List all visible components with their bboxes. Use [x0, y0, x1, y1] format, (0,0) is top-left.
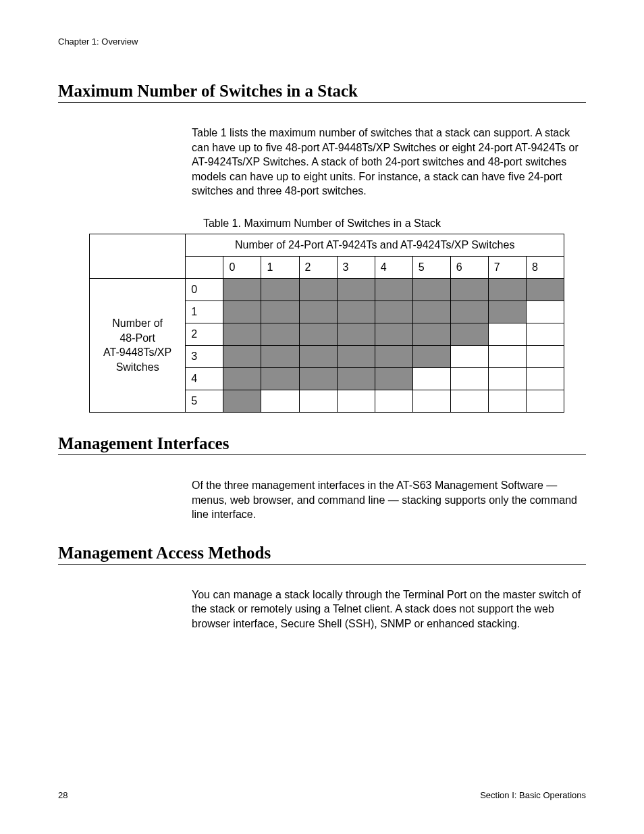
table-cell [375, 345, 412, 367]
table-cell [412, 390, 450, 412]
table-cell [261, 367, 299, 390]
table-cell [261, 345, 299, 367]
table-row-label: 0 [186, 278, 223, 301]
section-title-management-interfaces: Management Interfaces [58, 434, 586, 455]
section1-paragraph: Table 1 lists the maximum number of swit… [192, 126, 586, 199]
section-title-max-switches: Maximum Number of Switches in a Stack [58, 82, 586, 103]
table-col-4: 4 [375, 256, 412, 278]
table-cell [450, 345, 488, 367]
table-cell [337, 367, 375, 390]
table-cell [526, 278, 564, 301]
table-cell [337, 345, 375, 367]
table-cell [412, 301, 450, 323]
table-row-label: 3 [186, 345, 223, 367]
table-col-5: 5 [412, 256, 450, 278]
table-side-header: Number of48-PortAT-9448Ts/XPSwitches [90, 278, 186, 412]
table-cell [375, 390, 412, 412]
table-row-label: 2 [186, 323, 223, 345]
table-cell [337, 278, 375, 301]
table-row-label: 4 [186, 367, 223, 390]
table-cell [488, 278, 526, 301]
table-cell [375, 323, 412, 345]
table-col-7: 7 [488, 256, 526, 278]
table-col-1: 1 [261, 256, 299, 278]
table-cell [488, 345, 526, 367]
table-col-8: 8 [526, 256, 564, 278]
table-corner-blank [90, 234, 186, 278]
page-number: 28 [58, 790, 68, 800]
table-cell [299, 367, 337, 390]
footer-section: Section I: Basic Operations [480, 790, 586, 800]
table-cell [375, 278, 412, 301]
table-cell [488, 301, 526, 323]
table-cell [261, 301, 299, 323]
table-cell [261, 278, 299, 301]
table-col-3: 3 [337, 256, 375, 278]
table-cell [526, 301, 564, 323]
table-cell [299, 323, 337, 345]
table-cell [223, 301, 261, 323]
table-cell [337, 301, 375, 323]
table-cell [412, 323, 450, 345]
table-cell [488, 323, 526, 345]
table-row-label: 5 [186, 390, 223, 412]
table-cell [261, 390, 299, 412]
section3-paragraph: You can manage a stack locally through t… [192, 588, 586, 631]
table-cell [488, 390, 526, 412]
table-cell [526, 367, 564, 390]
table-cell [299, 278, 337, 301]
chapter-header: Chapter 1: Overview [58, 36, 586, 47]
table-cell [450, 323, 488, 345]
table-cell [526, 345, 564, 367]
table-col-0: 0 [223, 256, 261, 278]
table-cell [450, 278, 488, 301]
section2-paragraph: Of the three management interfaces in th… [192, 478, 586, 522]
table-cell [526, 323, 564, 345]
table-cell [375, 301, 412, 323]
table-caption: Table 1. Maximum Number of Switches in a… [58, 217, 586, 230]
table-cell [299, 301, 337, 323]
table-cell [223, 390, 261, 412]
table-cell [261, 323, 299, 345]
table-cell [488, 367, 526, 390]
table-cell [337, 323, 375, 345]
table-cell [412, 278, 450, 301]
table-row-label: 1 [186, 301, 223, 323]
table-cell [223, 323, 261, 345]
stack-table: Number of 24-Port AT-9424Ts and AT-9424T… [89, 234, 564, 413]
table-cell [412, 345, 450, 367]
table-cell [450, 367, 488, 390]
table-col-blank [186, 256, 223, 278]
table-cell [450, 301, 488, 323]
table-cell [223, 278, 261, 301]
table-cell [223, 345, 261, 367]
table-cell [299, 390, 337, 412]
section-title-management-access: Management Access Methods [58, 544, 586, 565]
table-cell [299, 345, 337, 367]
table-cell [450, 390, 488, 412]
table-cell [412, 367, 450, 390]
table-cell [526, 390, 564, 412]
table-row: Number of48-PortAT-9448Ts/XPSwitches0 [90, 278, 564, 301]
table-col-2: 2 [299, 256, 337, 278]
page-footer: 28 Section I: Basic Operations [58, 790, 586, 800]
table-cell [223, 367, 261, 390]
table-cell [337, 390, 375, 412]
table-top-header: Number of 24-Port AT-9424Ts and AT-9424T… [186, 234, 564, 256]
table-cell [375, 367, 412, 390]
table-col-6: 6 [450, 256, 488, 278]
